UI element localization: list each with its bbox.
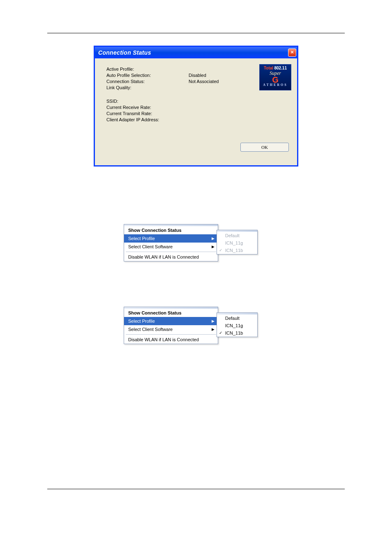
menu-item-label: Select Client Software bbox=[128, 327, 173, 332]
context-menu-1: Show Connection Status Select Profile ▶ … bbox=[124, 224, 218, 261]
logo-g: G bbox=[261, 76, 290, 83]
submenu-item-icn11b[interactable]: ✓ICN_11b bbox=[217, 329, 257, 337]
atheros-logo: Total 802.11 Super G ATHEROS bbox=[259, 64, 291, 90]
menu-item-label: Select Client Software bbox=[128, 244, 173, 249]
menu-item-select-profile[interactable]: Select Profile ▶ bbox=[124, 317, 218, 325]
submenu-arrow-icon: ▶ bbox=[212, 236, 214, 240]
context-menu-1-wrap: Show Connection Status Select Profile ▶ … bbox=[124, 224, 268, 261]
submenu-profiles-dim: Default ICN_11g ✓ICN_11b bbox=[217, 230, 258, 254]
menu-item-label: Show Connection Status bbox=[128, 310, 182, 315]
label-conn-status: Connection Status: bbox=[106, 79, 189, 84]
menu-separator bbox=[126, 334, 216, 335]
submenu-item-label: Default bbox=[225, 316, 240, 321]
context-menu-2: Show Connection Status Select Profile ▶ … bbox=[124, 307, 218, 344]
dialog-body: Total 802.11 Super G ATHEROS Active Prof… bbox=[95, 58, 297, 165]
menu-item-disable-wlan[interactable]: Disable WLAN if LAN is Connected bbox=[124, 335, 218, 344]
submenu-item-default[interactable]: Default bbox=[217, 232, 257, 239]
close-icon: × bbox=[291, 49, 294, 55]
label-ip-addr: Client Adapter IP Address: bbox=[106, 117, 189, 122]
label-ssid: SSID: bbox=[106, 99, 189, 104]
page: Connection Status × Total 802.11 Super G… bbox=[0, 0, 392, 555]
menu-item-label: Show Connection Status bbox=[128, 228, 182, 233]
label-rx-rate: Current Receive Rate: bbox=[106, 105, 189, 110]
titlebar: Connection Status × bbox=[95, 47, 297, 58]
menu-item-select-client[interactable]: Select Client Software ▶ bbox=[124, 243, 218, 251]
submenu-item-label: ICN_11g bbox=[225, 240, 243, 245]
connection-status-dialog: Connection Status × Total 802.11 Super G… bbox=[94, 46, 298, 166]
logo-80211: 802.11 bbox=[274, 66, 287, 70]
context-menu-2-wrap: Show Connection Status Select Profile ▶ … bbox=[124, 307, 268, 344]
submenu-item-icn11g[interactable]: ICN_11g bbox=[217, 322, 257, 329]
menu-item-label: Disable WLAN if LAN is Connected bbox=[128, 337, 199, 342]
value-conn-status: Not Associated bbox=[189, 79, 219, 84]
check-icon: ✓ bbox=[219, 248, 222, 252]
dialog-title: Connection Status bbox=[98, 49, 151, 56]
logo-total: Total bbox=[264, 66, 273, 70]
submenu-item-label: ICN_11g bbox=[225, 323, 243, 328]
menu-item-show-status[interactable]: Show Connection Status bbox=[124, 226, 218, 234]
submenu-item-default[interactable]: Default bbox=[217, 314, 257, 322]
submenu-profiles: Default ICN_11g ✓ICN_11b bbox=[217, 312, 258, 337]
label-active-profile: Active Profile: bbox=[106, 67, 189, 72]
label-tx-rate: Current Transmit Rate: bbox=[106, 111, 189, 116]
menu-item-show-status[interactable]: Show Connection Status bbox=[124, 309, 218, 317]
submenu-arrow-icon: ▶ bbox=[212, 327, 214, 331]
bottom-rule bbox=[47, 489, 345, 489]
menu-item-label: Disable WLAN if LAN is Connected bbox=[128, 254, 199, 259]
submenu-item-icn11g[interactable]: ICN_11g bbox=[217, 239, 257, 247]
submenu-arrow-icon: ▶ bbox=[212, 319, 214, 323]
logo-atheros: ATHEROS bbox=[261, 83, 290, 87]
label-auto-profile: Auto Profile Selection: bbox=[106, 73, 189, 78]
menu-item-label: Select Profile bbox=[128, 236, 155, 241]
submenu-item-label: ICN_11b bbox=[225, 331, 243, 335]
ok-button[interactable]: OK bbox=[240, 143, 289, 152]
submenu-arrow-icon: ▶ bbox=[212, 245, 214, 249]
close-button[interactable]: × bbox=[288, 49, 296, 57]
submenu-item-label: ICN_11b bbox=[225, 248, 243, 253]
menu-item-label: Select Profile bbox=[128, 319, 155, 324]
value-auto-profile: Disabled bbox=[189, 73, 206, 78]
check-icon: ✓ bbox=[219, 331, 222, 335]
menu-separator bbox=[126, 252, 216, 252]
submenu-item-icn11b[interactable]: ✓ICN_11b bbox=[217, 247, 257, 254]
label-link-quality: Link Quality: bbox=[106, 85, 189, 90]
menu-item-disable-wlan[interactable]: Disable WLAN if LAN is Connected bbox=[124, 253, 218, 261]
top-rule bbox=[47, 33, 345, 33]
menu-item-select-profile[interactable]: Select Profile ▶ bbox=[124, 234, 218, 243]
submenu-item-label: Default bbox=[225, 233, 240, 238]
menu-item-select-client[interactable]: Select Client Software ▶ bbox=[124, 325, 218, 333]
